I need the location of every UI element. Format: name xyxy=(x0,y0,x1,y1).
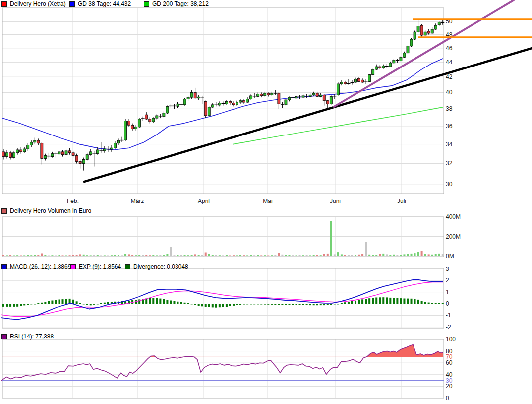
gd38-swatch-icon xyxy=(69,1,75,7)
month-axis-tick: Juni xyxy=(330,198,341,204)
steep-trendline[interactable] xyxy=(333,0,514,107)
month-axis-tick: März xyxy=(131,198,144,204)
macd-axis-tick: -2 xyxy=(446,324,451,331)
rsi-axis-tick: 20 xyxy=(446,383,453,390)
legend-gd200: GD 200 Tage: 38,212 xyxy=(144,0,209,7)
divergence-swatch-icon xyxy=(125,264,130,269)
rsi-axis-tick: 60 xyxy=(446,359,453,366)
macd-label: MACD (26, 12): 1,8869 xyxy=(10,263,71,270)
gd38-label: GD 38 Tage: 44,432 xyxy=(78,0,131,7)
volume-axis-tick: 400M xyxy=(446,213,461,220)
volume-swatch-icon xyxy=(1,208,7,214)
legend-exp: EXP (9): 1,8564 xyxy=(70,263,121,270)
gd200-label: GD 200 Tage: 38,212 xyxy=(152,0,209,7)
gd200-swatch-icon xyxy=(144,1,149,7)
legend-divergence: Divergence: 0,03048 xyxy=(125,263,188,270)
price-series-swatch-icon xyxy=(1,1,7,7)
macd-swatch-icon xyxy=(1,264,7,269)
month-axis-tick: Mai xyxy=(263,198,272,204)
rsi-axis-tick: 100 xyxy=(446,336,456,343)
rsi-swatch-icon xyxy=(1,334,7,339)
exp-label: EXP (9): 1,8564 xyxy=(79,263,121,270)
legend-rsi: RSI (14): 77,388 xyxy=(1,333,54,340)
price-axis-tick: 34 xyxy=(446,141,453,148)
legend-gd38: GD 38 Tage: 44,432 xyxy=(69,0,131,7)
price-axis-tick: 38 xyxy=(446,105,453,112)
legend-macd: MACD (26, 12): 1,8869 xyxy=(1,263,71,270)
macd-axis-tick: 2 xyxy=(446,277,449,284)
macd-panel: 3210-1-2 xyxy=(1,266,451,331)
legend-price-series: Delivery Hero (Xetra) xyxy=(1,0,66,7)
rsi-axis-tick: 0 xyxy=(446,395,449,402)
rsi-panel: 1008070604030200 xyxy=(1,336,456,402)
macd-axis-tick: 1 xyxy=(446,289,449,296)
chart-canvas: 5048464442403836343230Feb.MärzAprilMaiJu… xyxy=(0,0,532,404)
macd-axis-tick: -1 xyxy=(446,312,451,319)
rsi-label: RSI (14): 77,388 xyxy=(10,333,54,340)
volume-panel: 400M200M0M xyxy=(2,213,461,260)
divergence-label: Divergence: 0,03048 xyxy=(133,263,188,270)
price-axis-tick: 40 xyxy=(446,89,453,96)
macd-axis-tick: 0 xyxy=(446,300,449,307)
month-axis-tick: Juli xyxy=(397,198,406,204)
legend-volume: Delivery Hero Volumen in Euro xyxy=(1,207,91,214)
chart-page: { "title": "Delivery Hero (Xetra) Charta… xyxy=(0,0,532,404)
price-axis-tick: 36 xyxy=(446,123,453,130)
exp-swatch-icon xyxy=(70,264,76,269)
support-trendline[interactable] xyxy=(83,48,532,182)
volume-axis-tick: 0M xyxy=(446,253,454,260)
price-panel: 5048464442403836343230Feb.MärzAprilMaiJu… xyxy=(2,0,532,204)
price-axis-tick: 46 xyxy=(446,45,453,52)
macd-axis-tick: 3 xyxy=(446,266,449,272)
price-axis-tick: 32 xyxy=(446,160,453,167)
month-axis-tick: Feb. xyxy=(67,198,79,204)
volume-axis-tick: 200M xyxy=(446,233,461,240)
price-series-label: Delivery Hero (Xetra) xyxy=(10,0,66,7)
volume-label: Delivery Hero Volumen in Euro xyxy=(10,207,91,214)
price-axis-tick: 30 xyxy=(446,181,453,188)
price-axis-tick: 44 xyxy=(446,59,453,66)
month-axis-tick: April xyxy=(198,198,210,204)
